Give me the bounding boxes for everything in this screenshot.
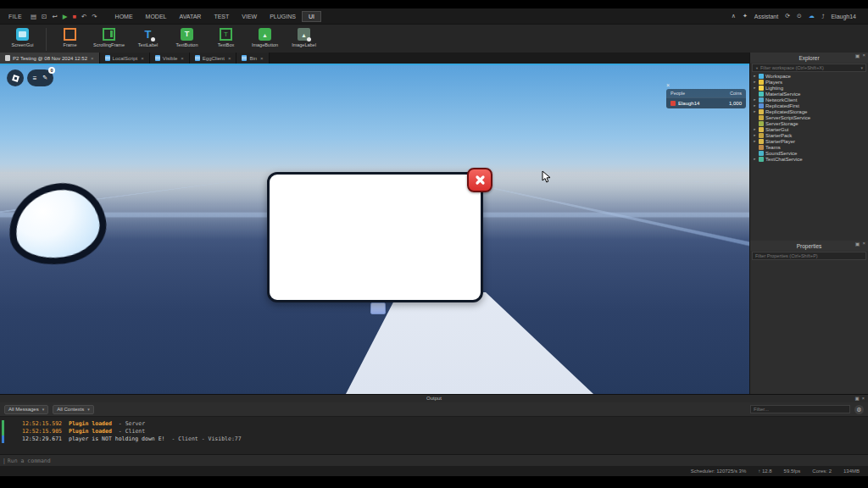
- imagelabel-button[interactable]: ImageLabel: [285, 27, 323, 47]
- leaderboard-row[interactable]: Elaugh14 1,000: [666, 97, 746, 108]
- textlabel-button[interactable]: TextLabel: [129, 27, 167, 47]
- close-icon[interactable]: ×: [91, 56, 94, 61]
- roblox-menu-button[interactable]: [7, 69, 24, 86]
- menu-view[interactable]: VIEW: [236, 12, 263, 21]
- tab-localscript[interactable]: LocalScript ×: [100, 53, 150, 64]
- log-line[interactable]: 12:52:29.671player is NOT holding down E…: [22, 435, 868, 443]
- tree-item-teams[interactable]: ▸Teams: [750, 144, 868, 150]
- menu-avatar[interactable]: AVATAR: [173, 12, 207, 21]
- sync-icon[interactable]: ⟳: [785, 13, 790, 19]
- tree-item-starterpack[interactable]: ▸StarterPack: [750, 132, 868, 138]
- close-icon[interactable]: ×: [862, 241, 865, 247]
- properties-header[interactable]: Properties ▣ ×: [750, 241, 868, 251]
- expand-arrow-icon[interactable]: ▸: [753, 86, 757, 90]
- tree-item-lighting[interactable]: ▸Lighting: [750, 85, 868, 91]
- save-icon[interactable]: ⊡: [42, 13, 47, 20]
- expand-arrow-icon[interactable]: ▸: [753, 74, 757, 78]
- gui-close-button[interactable]: [467, 168, 492, 192]
- explorer-header[interactable]: Explorer ▣ ×: [750, 53, 868, 63]
- expand-arrow-icon[interactable]: ▸: [753, 80, 757, 84]
- tree-item-soundservice[interactable]: ▸SoundService: [750, 150, 868, 156]
- menu-ui[interactable]: UI: [303, 12, 320, 21]
- close-icon[interactable]: ×: [181, 56, 184, 61]
- properties-filter-input[interactable]: [755, 253, 863, 258]
- output-filter[interactable]: [750, 405, 850, 413]
- frame-button[interactable]: Frame: [51, 27, 89, 47]
- tab-bin[interactable]: Bin ×: [236, 53, 269, 64]
- back-icon[interactable]: ↩: [52, 13, 57, 20]
- tab-visible[interactable]: Visible ×: [150, 53, 190, 64]
- redo-icon[interactable]: ↷: [92, 13, 97, 20]
- cloud-icon[interactable]: ☁: [809, 13, 815, 19]
- expand-arrow-icon[interactable]: ▸: [753, 127, 757, 131]
- emotes-icon[interactable]: ✎: [42, 75, 47, 81]
- chat-menu-icon[interactable]: ≡: [33, 75, 37, 82]
- command-bar[interactable]: |: [0, 454, 868, 466]
- tree-item-serverstorage[interactable]: ▸ServerStorage: [750, 120, 868, 126]
- command-input[interactable]: [8, 458, 865, 464]
- tree-item-serverscriptservice[interactable]: ▸ServerScriptService: [750, 114, 868, 120]
- tree-item-materialservice[interactable]: ▸MaterialService: [750, 91, 868, 97]
- menu-test[interactable]: TEST: [208, 12, 235, 21]
- output-settings-button[interactable]: ⚙: [854, 405, 864, 414]
- tree-item-starterplayer[interactable]: ▸StarterPlayer: [750, 138, 868, 144]
- close-icon[interactable]: ×: [228, 56, 231, 61]
- close-icon[interactable]: ×: [862, 395, 865, 402]
- close-icon[interactable]: ×: [260, 56, 264, 61]
- explorer-filter[interactable]: ▼ ▾: [752, 64, 866, 72]
- expand-arrow-icon[interactable]: ▸: [753, 103, 757, 108]
- popout-icon[interactable]: ▣: [855, 53, 860, 58]
- expand-arrow-icon[interactable]: ▸: [753, 157, 757, 161]
- tree-item-textchatservice[interactable]: ▸TextChatService: [750, 156, 868, 162]
- popout-icon[interactable]: ▣: [855, 395, 860, 402]
- tab-place[interactable]: P2 Testing @ 08 Nov 2024 12:52 ×: [0, 53, 100, 64]
- log-line[interactable]: 12:52:15.592Plugin loaded- Server: [22, 420, 868, 428]
- expand-arrow-icon[interactable]: ▸: [753, 109, 757, 114]
- fps-stat: 59.5fps: [784, 469, 801, 474]
- stop-icon[interactable]: ■: [72, 13, 76, 20]
- coregui-pill[interactable]: ≡ ✎ 0: [27, 69, 53, 86]
- play-icon[interactable]: ▶: [63, 13, 68, 20]
- imagebutton-button[interactable]: ImageButton: [246, 27, 284, 47]
- game-viewport[interactable]: × People Coins Elaugh14 1,000: [0, 65, 749, 394]
- menu-model[interactable]: MODEL: [140, 12, 173, 21]
- expand-arrow-icon[interactable]: ▸: [753, 97, 757, 102]
- scrollingframe-button[interactable]: ScrollingFrame: [90, 27, 128, 47]
- contexts-filter-dropdown[interactable]: All Contexts ▾: [53, 405, 94, 414]
- file-menu[interactable]: FILE: [5, 13, 25, 20]
- tree-item-replicatedstorage[interactable]: ▸ReplicatedStorage: [750, 108, 868, 114]
- popout-icon[interactable]: ▣: [855, 241, 860, 247]
- expand-arrow-icon[interactable]: ▸: [753, 139, 757, 143]
- log-line[interactable]: 12:52:15.905Plugin loaded- Client: [22, 428, 868, 435]
- tree-item-replicatedfirst[interactable]: ▸ReplicatedFirst: [750, 103, 868, 108]
- messages-filter-dropdown[interactable]: All Messages ▾: [4, 405, 48, 414]
- tree-item-label: StarterPlayer: [765, 139, 795, 144]
- close-icon[interactable]: ×: [141, 56, 144, 61]
- new-file-icon[interactable]: ▤: [31, 13, 36, 20]
- collapse-ribbon-icon[interactable]: ∧: [732, 13, 736, 19]
- tab-eggclient[interactable]: EggClient ×: [190, 53, 237, 64]
- output-log-list[interactable]: 12:52:15.592Plugin loaded- Server 12:52:…: [0, 417, 868, 443]
- textbutton-button[interactable]: TextButton: [168, 27, 206, 47]
- tree-item-workspace[interactable]: ▸Workspace: [750, 73, 868, 79]
- textbox-button[interactable]: TextBox: [207, 27, 245, 47]
- leaderboard-close-icon[interactable]: ×: [666, 82, 670, 88]
- close-icon[interactable]: ×: [862, 53, 865, 58]
- history-icon[interactable]: ⊙: [797, 13, 802, 19]
- blue-part[interactable]: [370, 302, 386, 314]
- tree-item-players[interactable]: ▸Players: [750, 79, 868, 85]
- expand-arrow-icon[interactable]: ▸: [753, 133, 757, 137]
- assistant-button[interactable]: Assistant: [754, 14, 778, 19]
- menu-home[interactable]: HOME: [109, 12, 139, 21]
- menu-plugins[interactable]: PLUGINS: [264, 12, 302, 21]
- username-label[interactable]: Elaugh14: [831, 14, 856, 19]
- tree-item-networkclient[interactable]: ▸NetworkClient: [750, 97, 868, 103]
- output-filter-input[interactable]: [754, 407, 847, 412]
- properties-filter[interactable]: [752, 252, 866, 260]
- explorer-filter-input[interactable]: [760, 65, 860, 70]
- screengui-button[interactable]: ScreenGui: [3, 27, 42, 47]
- share-icon[interactable]: ⤴: [821, 14, 825, 19]
- tree-item-startergui[interactable]: ▸StarterGui: [750, 126, 868, 132]
- output-header[interactable]: Output ▣ ×: [0, 395, 868, 402]
- undo-icon[interactable]: ↶: [81, 13, 86, 20]
